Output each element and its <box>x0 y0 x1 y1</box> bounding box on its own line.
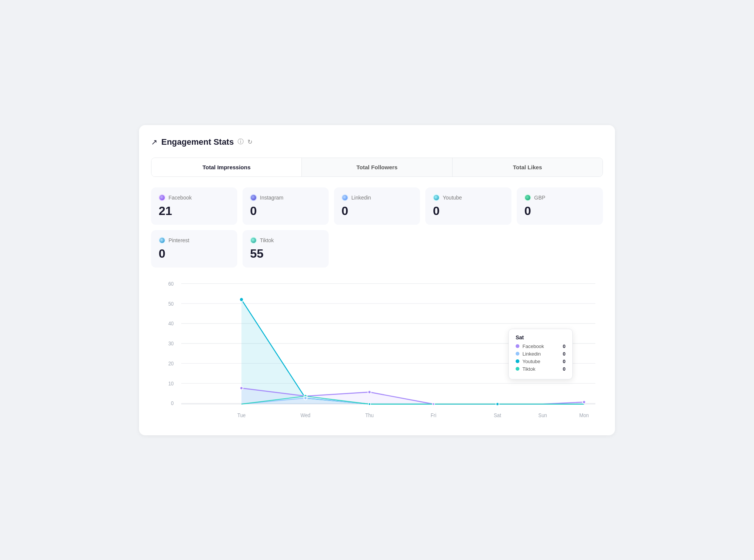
stat-linkedin: Linkedin 0 <box>334 187 420 225</box>
tab-total-impressions[interactable]: Total Impressions <box>151 158 302 176</box>
facebook-dot <box>159 194 165 201</box>
svg-text:Mon: Mon <box>579 412 589 418</box>
instagram-value: 0 <box>250 204 321 218</box>
svg-text:40: 40 <box>168 321 173 326</box>
pinterest-dot <box>159 237 165 244</box>
tab-total-followers[interactable]: Total Followers <box>302 158 452 176</box>
svg-point-34 <box>304 396 307 399</box>
stats-row-1: Facebook 21 Instagram 0 Linkedin 0 Youtu… <box>151 187 603 225</box>
trend-icon: ↗ <box>151 138 158 147</box>
svg-text:10: 10 <box>168 381 173 386</box>
instagram-dot <box>250 194 257 201</box>
svg-text:30: 30 <box>168 340 173 346</box>
tooltip-dot-youtube <box>516 359 519 363</box>
stat-gbp: GBP 0 <box>517 187 603 225</box>
tooltip-label-facebook: Facebook <box>522 343 560 349</box>
facebook-label: Facebook <box>168 195 192 201</box>
svg-point-28 <box>240 386 243 389</box>
svg-text:60: 60 <box>168 281 173 286</box>
engagement-stats-card: ↗ Engagement Stats ⓘ ↻ Total Impressions… <box>139 125 615 435</box>
chart-tooltip: Sat Facebook 0 Linkedin 0 Youtube 0 Tikt… <box>508 329 573 379</box>
tab-total-likes[interactable]: Total Likes <box>453 158 603 176</box>
svg-text:20: 20 <box>168 360 173 366</box>
svg-text:Sun: Sun <box>538 412 547 418</box>
tooltip-val-youtube: 0 <box>563 359 566 364</box>
gbp-value: 0 <box>524 204 595 218</box>
tooltip-label-linkedin: Linkedin <box>522 351 560 357</box>
chart-container: 0 10 20 30 40 50 60 Tue Wed Thu Fri Sat … <box>151 280 603 423</box>
tiktok-label: Tiktok <box>260 237 274 243</box>
svg-point-24 <box>239 297 243 302</box>
pinterest-value: 0 <box>159 247 230 261</box>
svg-text:Sat: Sat <box>494 412 501 418</box>
tooltip-row-youtube: Youtube 0 <box>516 359 566 364</box>
tiktok-value: 55 <box>250 247 321 261</box>
svg-point-26 <box>368 403 371 405</box>
facebook-value: 21 <box>159 204 230 218</box>
tooltip-dot-linkedin <box>516 352 519 356</box>
svg-text:Tue: Tue <box>237 412 246 418</box>
info-icon[interactable]: ⓘ <box>238 138 244 146</box>
tooltip-row-linkedin: Linkedin 0 <box>516 351 566 357</box>
tooltip-title: Sat <box>516 334 566 340</box>
svg-text:Wed: Wed <box>300 412 310 418</box>
linkedin-value: 0 <box>341 204 413 218</box>
stat-youtube: Youtube 0 <box>425 187 511 225</box>
svg-point-30 <box>368 390 371 393</box>
stats-row-2: Pinterest 0 Tiktok 55 <box>151 230 603 268</box>
stat-tiktok: Tiktok 55 <box>243 230 329 268</box>
tabs-container: Total Impressions Total Followers Total … <box>151 158 603 177</box>
instagram-label: Instagram <box>260 195 283 201</box>
youtube-value: 0 <box>433 204 504 218</box>
tooltip-dot-facebook <box>516 344 519 348</box>
svg-text:Fri: Fri <box>431 412 436 418</box>
stat-facebook: Facebook 21 <box>151 187 237 225</box>
svg-text:Thu: Thu <box>365 412 374 418</box>
tiktok-dot <box>250 237 257 244</box>
svg-point-27 <box>496 402 499 405</box>
tooltip-label-youtube: Youtube <box>522 359 560 364</box>
tooltip-label-tiktok: Tiktok <box>522 366 560 372</box>
gbp-dot <box>524 194 531 201</box>
gbp-label: GBP <box>534 195 545 201</box>
svg-point-32 <box>582 400 586 403</box>
youtube-label: Youtube <box>443 195 462 201</box>
header: ↗ Engagement Stats ⓘ ↻ <box>151 137 603 147</box>
linkedin-label: Linkedin <box>351 195 371 201</box>
svg-point-31 <box>433 403 435 405</box>
tooltip-val-facebook: 0 <box>563 343 566 349</box>
youtube-dot <box>433 194 440 201</box>
refresh-icon[interactable]: ↻ <box>247 138 252 145</box>
tooltip-val-linkedin: 0 <box>563 351 566 357</box>
stat-pinterest: Pinterest 0 <box>151 230 237 268</box>
svg-text:50: 50 <box>168 301 173 306</box>
pinterest-label: Pinterest <box>168 237 189 243</box>
tooltip-val-tiktok: 0 <box>563 366 566 372</box>
svg-text:0: 0 <box>171 401 174 406</box>
tooltip-dot-tiktok <box>516 367 519 371</box>
page-title: Engagement Stats <box>161 137 234 147</box>
tooltip-row-facebook: Facebook 0 <box>516 343 566 349</box>
linkedin-dot <box>341 194 348 201</box>
tooltip-row-tiktok: Tiktok 0 <box>516 366 566 372</box>
stat-instagram: Instagram 0 <box>243 187 329 225</box>
